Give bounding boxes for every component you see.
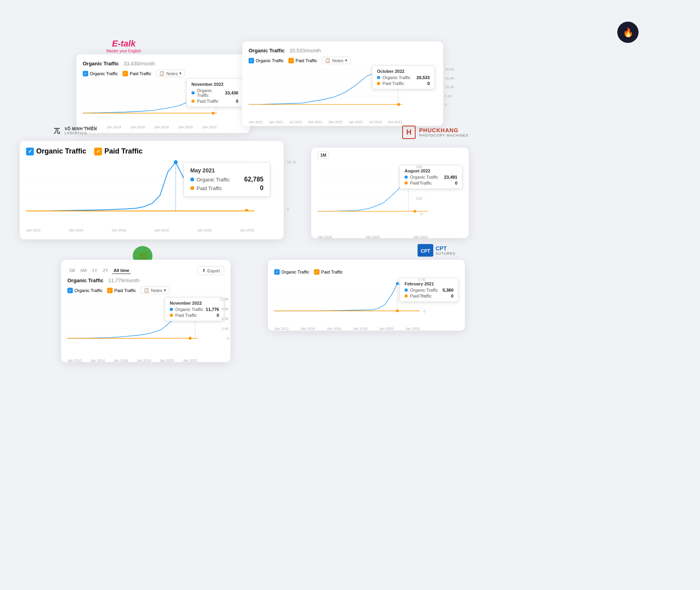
etalk-brand: E-talk Master your English	[106, 39, 141, 53]
card3-tooltip-organic-lbl: Organic Traffic	[197, 177, 242, 183]
card6-legend-organic[interactable]: ✓ Organic Traffic	[274, 269, 309, 275]
card4-y-labels: 11.8K 8.9K 5.3K 3.4K 0	[219, 297, 229, 340]
time-btn-alltime[interactable]: All time	[112, 267, 131, 274]
card1-tooltip-paid-val: 0	[236, 99, 238, 104]
card4-title: Organic Traffic	[67, 277, 104, 283]
card2-organic-check: ✓	[249, 58, 254, 63]
card6-tooltip-organic-val: 5,360	[442, 288, 453, 292]
vmt-sub: LOGISTICS	[65, 131, 97, 135]
card4-export-button[interactable]: ⬆ Export	[198, 266, 224, 275]
tooltip-organic-dot	[191, 91, 195, 94]
card6-tooltip-month: February 2021	[405, 281, 453, 286]
card2-tooltip-organic-val: 20,533	[416, 75, 430, 80]
svg-text:兀: 兀	[53, 128, 60, 134]
time-btn-2y[interactable]: 2Y	[101, 267, 110, 274]
notes-icon: 📋	[159, 71, 165, 76]
card1-tooltip-organic-val: 33,430	[225, 91, 238, 95]
card4-paid-check: ✓	[107, 288, 113, 293]
card5-tooltip-paid-val: 0	[455, 181, 457, 185]
svg-text:H: H	[407, 128, 412, 136]
card3-organic-check: ✓	[26, 148, 34, 155]
card4-tooltip-organic-val: 11,776	[206, 307, 219, 312]
card4-notes-button[interactable]: 📋 Notes ▾	[141, 287, 169, 294]
card4-organic-label: Organic Traffic	[74, 288, 102, 293]
card3-tooltip-paid-val: 0	[260, 185, 264, 192]
time-btn-1y[interactable]: 1Y	[91, 267, 99, 274]
card2-notes-icon: 📋	[325, 58, 331, 63]
card5-tooltip-organic-val: 23,491	[444, 175, 457, 179]
card3-paid-label: Paid Traffic	[104, 147, 143, 155]
card1-tooltip-month: November 2022	[191, 82, 238, 87]
chevron-icon: ▾	[179, 71, 182, 76]
card4-notes-label: Notes	[151, 288, 162, 293]
card1-legend-organic[interactable]: ✓ Organic Traffic	[83, 71, 118, 76]
svg-point-23	[245, 209, 249, 211]
fire-logo: 🔥	[617, 22, 639, 43]
card2-monthly: 20,533/month	[290, 48, 321, 54]
card2-notes-button[interactable]: 📋 Notes ▾	[322, 57, 351, 64]
card4: 1M 6M 1Y 2Y All time ⬆ Export Organic Tr…	[61, 260, 230, 362]
card2-y-labels: 20.5K 15.4K 10.3K 5.1K 0	[445, 67, 454, 107]
card3-legend-paid[interactable]: ✓ Paid Traffic	[94, 147, 143, 155]
card2-tooltip-organic-dot	[377, 76, 380, 79]
organic-check-icon: ✓	[83, 71, 88, 76]
card6-organic-label: Organic Traffic	[281, 270, 309, 274]
card1-legend-paid[interactable]: ✓ Paid Traffic	[123, 71, 151, 76]
card5-phuckhang: 1M August 2022 Organic Traffic 23,491	[311, 148, 469, 238]
card2-title: Organic Traffic	[249, 48, 285, 54]
time-btn-6m[interactable]: 6M	[79, 267, 88, 274]
vmt-logo-icon: 兀	[51, 125, 62, 136]
card6-paid-dot	[405, 294, 408, 298]
card3-organic-label: Organic Traffic	[36, 147, 86, 155]
card3-paid-check: ✓	[94, 148, 102, 155]
svg-point-5	[212, 112, 214, 115]
card4-chevron: ▾	[164, 288, 166, 293]
export-icon: ⬆	[202, 268, 206, 273]
card2: Organic Traffic 20,533/month ✓ Organic T…	[242, 41, 443, 126]
cpt-sub: SUTURES	[436, 252, 455, 255]
time-btn-1m[interactable]: 1M	[67, 267, 76, 274]
svg-point-12	[397, 103, 400, 106]
card5-tooltip-organic-lbl: Organic Traffic	[410, 175, 442, 179]
card5-y-labels: 33K 22K 11K 0	[416, 165, 422, 216]
card2-paid-check: ✓	[288, 58, 294, 63]
card1-title: Organic Traffic	[83, 61, 119, 67]
card1-paid-label: Paid Traffic	[130, 71, 151, 76]
card6-paid-label: Paid Traffic	[321, 270, 343, 274]
card1-organic-label: Organic Traffic	[90, 71, 118, 76]
card4-monthly: 11,776/month	[108, 277, 140, 283]
card1-notes-button[interactable]: 📋 Notes ▾	[156, 70, 185, 77]
card6-y-labels: 2.7K 1.4K 0	[418, 278, 425, 313]
card4-organic-dot	[170, 308, 173, 311]
card1-notes-label: Notes	[166, 71, 178, 76]
cpt-brand: CPT CPT SUTURES	[418, 244, 455, 257]
card4-legend-organic[interactable]: ✓ Organic Traffic	[67, 288, 102, 293]
card1-tooltip: November 2022 Organic Traffic 33,430 Pai…	[186, 78, 243, 107]
card2-organic-label: Organic Traffic	[256, 58, 284, 63]
card2-tooltip-paid-dot	[377, 82, 380, 85]
card2-legend-paid[interactable]: ✓ Paid Traffic	[288, 58, 317, 63]
card3-tooltip: May 2021 Organic Traffic 62,785 Paid Tra…	[184, 162, 270, 197]
card4-legend-paid[interactable]: ✓ Paid Traffic	[107, 288, 136, 293]
card3-tooltip-month: May 2021	[190, 167, 264, 174]
tooltip-paid-dot	[191, 100, 195, 103]
card6-cpt: ✓ Organic Traffic ✓ Paid Traffic Februar…	[268, 260, 465, 331]
card4-tooltip-organic-lbl: Organic Traffic	[175, 307, 203, 312]
card5-tooltip-month: August 2022	[405, 168, 457, 173]
card6-legend-paid[interactable]: ✓ Paid Traffic	[314, 269, 343, 275]
card2-tooltip-organic-lbl: Organic Traffic	[382, 75, 414, 80]
card3-tooltip-paid-lbl: Paid Traffic	[197, 185, 258, 191]
card3-legend-organic[interactable]: ✓ Organic Traffic	[26, 147, 86, 155]
card6-organic-dot	[405, 289, 408, 292]
svg-text:CPT: CPT	[421, 248, 431, 254]
card2-notes-label: Notes	[332, 58, 344, 63]
card3-tooltip-organic-val: 62,785	[244, 176, 264, 183]
card2-legend-organic[interactable]: ✓ Organic Traffic	[249, 58, 284, 63]
card1-monthly: 33,430/month	[124, 61, 155, 67]
svg-point-51	[189, 337, 191, 340]
card4-organic-check: ✓	[67, 288, 73, 293]
card4-export-label: Export	[207, 268, 220, 273]
vmt-name: VÕ MINH THIÊN	[65, 127, 97, 131]
svg-point-43	[396, 282, 399, 285]
svg-point-25	[174, 160, 178, 164]
